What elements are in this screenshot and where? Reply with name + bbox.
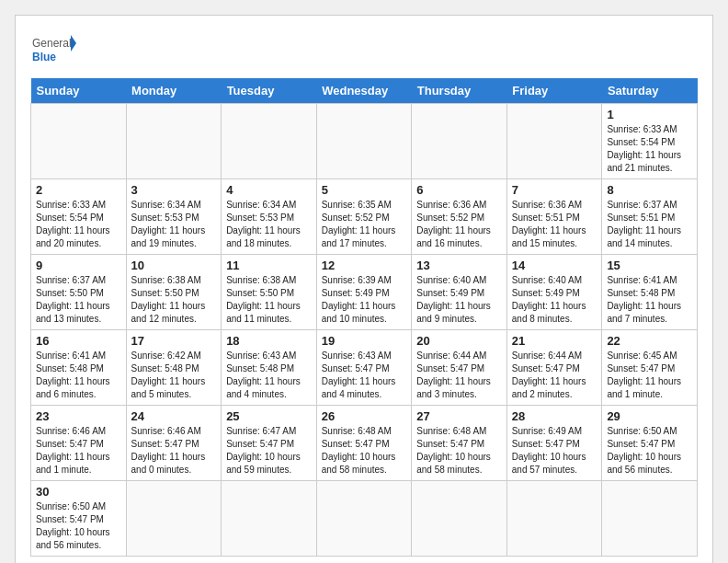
calendar-day-cell: 13Sunrise: 6:40 AM Sunset: 5:49 PM Dayli… — [412, 255, 507, 330]
day-number: 16 — [36, 334, 121, 348]
calendar-day-cell: 23Sunrise: 6:46 AM Sunset: 5:47 PM Dayli… — [31, 406, 127, 481]
day-number: 26 — [322, 409, 407, 423]
logo: General Blue — [30, 30, 76, 67]
calendar-table: SundayMondayTuesdayWednesdayThursdayFrid… — [30, 78, 698, 557]
calendar-week-row: 30Sunrise: 6:50 AM Sunset: 5:47 PM Dayli… — [31, 481, 698, 557]
calendar-day-cell: 26Sunrise: 6:48 AM Sunset: 5:47 PM Dayli… — [316, 406, 412, 481]
day-info: Sunrise: 6:50 AM Sunset: 5:47 PM Dayligh… — [36, 500, 121, 552]
day-number: 24 — [131, 409, 217, 423]
day-info: Sunrise: 6:44 AM Sunset: 5:47 PM Dayligh… — [416, 350, 502, 401]
day-number: 25 — [226, 409, 312, 423]
calendar-day-cell — [222, 104, 317, 179]
day-info: Sunrise: 6:43 AM Sunset: 5:47 PM Dayligh… — [322, 350, 407, 401]
header: General Blue — [30, 30, 698, 67]
day-number: 10 — [131, 259, 217, 272]
day-info: Sunrise: 6:50 AM Sunset: 5:47 PM Dayligh… — [607, 425, 692, 477]
calendar-day-cell: 5Sunrise: 6:35 AM Sunset: 5:52 PM Daylig… — [316, 179, 412, 255]
day-number: 14 — [512, 259, 597, 272]
calendar-day-cell: 6Sunrise: 6:36 AM Sunset: 5:52 PM Daylig… — [412, 179, 507, 255]
day-info: Sunrise: 6:37 AM Sunset: 5:50 PM Dayligh… — [36, 274, 121, 326]
calendar-day-cell — [412, 104, 507, 179]
day-info: Sunrise: 6:39 AM Sunset: 5:49 PM Dayligh… — [322, 274, 407, 326]
calendar-week-row: 23Sunrise: 6:46 AM Sunset: 5:47 PM Dayli… — [31, 406, 698, 481]
day-number: 3 — [131, 183, 217, 197]
day-number: 12 — [322, 259, 407, 272]
calendar-day-cell: 27Sunrise: 6:48 AM Sunset: 5:47 PM Dayli… — [412, 406, 507, 481]
calendar-day-cell: 30Sunrise: 6:50 AM Sunset: 5:47 PM Dayli… — [31, 481, 127, 557]
day-number: 1 — [607, 108, 692, 121]
day-number: 30 — [36, 485, 121, 499]
calendar-day-cell: 25Sunrise: 6:47 AM Sunset: 5:47 PM Dayli… — [222, 406, 317, 481]
day-info: Sunrise: 6:43 AM Sunset: 5:48 PM Dayligh… — [226, 350, 312, 401]
calendar-day-cell: 18Sunrise: 6:43 AM Sunset: 5:48 PM Dayli… — [222, 330, 317, 406]
day-info: Sunrise: 6:33 AM Sunset: 5:54 PM Dayligh… — [36, 199, 121, 250]
day-info: Sunrise: 6:45 AM Sunset: 5:47 PM Dayligh… — [607, 350, 692, 401]
calendar-day-cell: 22Sunrise: 6:45 AM Sunset: 5:47 PM Dayli… — [602, 330, 698, 406]
calendar-day-cell — [126, 104, 222, 179]
svg-marker-2 — [71, 35, 76, 52]
calendar-day-cell: 7Sunrise: 6:36 AM Sunset: 5:51 PM Daylig… — [506, 179, 602, 255]
day-info: Sunrise: 6:37 AM Sunset: 5:51 PM Dayligh… — [607, 199, 692, 250]
weekday-header-cell: Monday — [126, 78, 222, 104]
calendar-week-row: 1Sunrise: 6:33 AM Sunset: 5:54 PM Daylig… — [31, 104, 698, 179]
day-number: 11 — [226, 259, 312, 272]
calendar-day-cell: 10Sunrise: 6:38 AM Sunset: 5:50 PM Dayli… — [126, 255, 222, 330]
day-number: 21 — [512, 334, 597, 348]
calendar-week-row: 9Sunrise: 6:37 AM Sunset: 5:50 PM Daylig… — [31, 255, 698, 330]
day-info: Sunrise: 6:38 AM Sunset: 5:50 PM Dayligh… — [131, 274, 217, 326]
calendar-day-cell — [506, 481, 602, 557]
calendar-week-row: 16Sunrise: 6:41 AM Sunset: 5:48 PM Dayli… — [31, 330, 698, 406]
day-number: 20 — [416, 334, 502, 348]
logo-svg: General Blue — [30, 30, 76, 67]
svg-text:General: General — [32, 37, 72, 50]
day-info: Sunrise: 6:44 AM Sunset: 5:47 PM Dayligh… — [512, 350, 597, 401]
calendar-day-cell: 20Sunrise: 6:44 AM Sunset: 5:47 PM Dayli… — [412, 330, 507, 406]
weekday-header-cell: Friday — [506, 78, 602, 104]
calendar-day-cell: 14Sunrise: 6:40 AM Sunset: 5:49 PM Dayli… — [506, 255, 602, 330]
day-number: 4 — [226, 183, 312, 197]
day-number: 17 — [131, 334, 217, 348]
calendar-day-cell: 28Sunrise: 6:49 AM Sunset: 5:47 PM Dayli… — [506, 406, 602, 481]
calendar-day-cell: 9Sunrise: 6:37 AM Sunset: 5:50 PM Daylig… — [31, 255, 127, 330]
day-number: 19 — [322, 334, 407, 348]
calendar-day-cell: 15Sunrise: 6:41 AM Sunset: 5:48 PM Dayli… — [602, 255, 698, 330]
calendar-day-cell: 29Sunrise: 6:50 AM Sunset: 5:47 PM Dayli… — [602, 406, 698, 481]
weekday-header-cell: Sunday — [31, 78, 127, 104]
day-number: 5 — [322, 183, 407, 197]
day-info: Sunrise: 6:35 AM Sunset: 5:52 PM Dayligh… — [322, 199, 407, 250]
day-info: Sunrise: 6:41 AM Sunset: 5:48 PM Dayligh… — [607, 274, 692, 326]
calendar-day-cell: 17Sunrise: 6:42 AM Sunset: 5:48 PM Dayli… — [126, 330, 222, 406]
calendar-day-cell — [602, 481, 698, 557]
weekday-header-cell: Wednesday — [316, 78, 412, 104]
day-number: 18 — [226, 334, 312, 348]
svg-text:Blue: Blue — [32, 51, 56, 63]
day-number: 27 — [416, 409, 502, 423]
calendar-container: General Blue SundayMondayTuesdayWednesda… — [15, 15, 713, 563]
calendar-day-cell: 4Sunrise: 6:34 AM Sunset: 5:53 PM Daylig… — [222, 179, 317, 255]
day-number: 9 — [36, 259, 121, 272]
calendar-day-cell — [412, 481, 507, 557]
calendar-day-cell — [222, 481, 317, 557]
day-number: 7 — [512, 183, 597, 197]
day-number: 29 — [607, 409, 692, 423]
day-info: Sunrise: 6:36 AM Sunset: 5:51 PM Dayligh… — [512, 199, 597, 250]
day-number: 8 — [607, 183, 692, 197]
day-info: Sunrise: 6:46 AM Sunset: 5:47 PM Dayligh… — [36, 425, 121, 477]
calendar-day-cell — [316, 104, 412, 179]
calendar-day-cell — [506, 104, 602, 179]
calendar-day-cell: 21Sunrise: 6:44 AM Sunset: 5:47 PM Dayli… — [506, 330, 602, 406]
weekday-header-cell: Tuesday — [222, 78, 317, 104]
day-info: Sunrise: 6:33 AM Sunset: 5:54 PM Dayligh… — [607, 123, 692, 175]
day-info: Sunrise: 6:34 AM Sunset: 5:53 PM Dayligh… — [226, 199, 312, 250]
calendar-day-cell: 2Sunrise: 6:33 AM Sunset: 5:54 PM Daylig… — [31, 179, 127, 255]
calendar-day-cell: 8Sunrise: 6:37 AM Sunset: 5:51 PM Daylig… — [602, 179, 698, 255]
calendar-week-row: 2Sunrise: 6:33 AM Sunset: 5:54 PM Daylig… — [31, 179, 698, 255]
calendar-day-cell: 11Sunrise: 6:38 AM Sunset: 5:50 PM Dayli… — [222, 255, 317, 330]
weekday-header-cell: Saturday — [602, 78, 698, 104]
day-number: 22 — [607, 334, 692, 348]
day-number: 23 — [36, 409, 121, 423]
calendar-day-cell — [31, 104, 127, 179]
day-info: Sunrise: 6:36 AM Sunset: 5:52 PM Dayligh… — [416, 199, 502, 250]
calendar-day-cell: 1Sunrise: 6:33 AM Sunset: 5:54 PM Daylig… — [602, 104, 698, 179]
day-number: 6 — [416, 183, 502, 197]
